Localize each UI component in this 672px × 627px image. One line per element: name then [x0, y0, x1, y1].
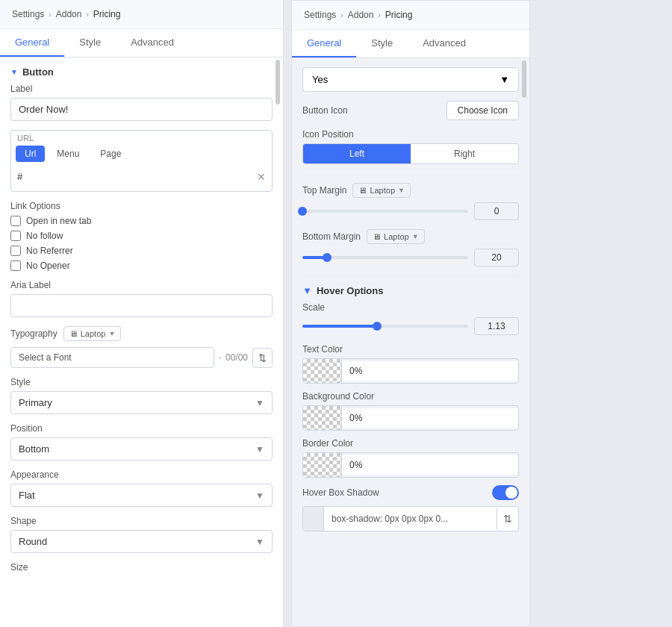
bottom-margin-thumb[interactable] — [323, 253, 332, 262]
border-color-swatch[interactable] — [303, 453, 342, 477]
bottom-margin-slider-row: 20 — [302, 249, 519, 266]
url-tab-url[interactable]: Url — [16, 146, 45, 162]
position-chevron-icon: ▼ — [255, 444, 264, 455]
top-margin-thumb[interactable] — [298, 207, 307, 216]
scale-thumb[interactable] — [373, 322, 382, 331]
button-icon-label: Button Icon — [302, 105, 348, 116]
url-tab-page[interactable]: Page — [91, 146, 130, 162]
position-left-btn[interactable]: Left — [303, 144, 411, 163]
url-clear-icon[interactable]: ✕ — [257, 171, 266, 183]
hover-box-shadow-label: Hover Box Shadow — [302, 487, 379, 498]
url-tab-menu[interactable]: Menu — [48, 146, 88, 162]
border-color-percent[interactable] — [342, 455, 518, 475]
right-breadcrumb-sep-2: › — [378, 11, 380, 19]
box-shadow-value-input[interactable] — [324, 509, 497, 528]
choose-icon-button[interactable]: Choose Icon — [447, 101, 519, 120]
scale-value[interactable]: 1.13 — [474, 317, 519, 335]
url-row: URL Url Menu Page ✕ — [10, 130, 273, 192]
no-opener-label: No Opener — [26, 261, 70, 271]
breadcrumb-settings[interactable]: Settings — [12, 9, 44, 19]
button-icon-row: Button Icon Choose Icon — [302, 101, 519, 120]
hover-box-shadow-toggle-row: Hover Box Shadow — [302, 485, 519, 500]
right-breadcrumb-addon[interactable]: Addon — [348, 10, 374, 20]
border-color-swatch-row — [302, 452, 519, 478]
tab-style[interactable]: Style — [64, 29, 116, 57]
scale-section: Scale 1.13 — [302, 302, 519, 335]
bottom-margin-laptop-icon: 🖥 — [373, 232, 381, 241]
font-row: Select a Font · 00/00 ⇅ — [10, 347, 273, 368]
appearance-chevron-icon: ▼ — [255, 490, 264, 501]
shape-select[interactable]: Round ▼ — [10, 530, 273, 553]
right-tab-style[interactable]: Style — [356, 30, 408, 57]
position-select[interactable]: Bottom ▼ — [10, 437, 273, 461]
tab-advanced[interactable]: Advanced — [116, 29, 189, 57]
right-tabs: General Style Advanced — [292, 30, 529, 58]
top-margin-chevron: ▼ — [398, 187, 405, 194]
yes-value: Yes — [312, 74, 328, 85]
icon-position-toggle: Left Right — [302, 143, 519, 164]
top-margin-value[interactable]: 0 — [474, 202, 519, 220]
typography-label: Typography — [10, 328, 57, 339]
left-scroll-handle[interactable] — [276, 60, 280, 104]
open-new-tab-checkbox[interactable] — [10, 216, 21, 226]
hover-arrow-icon: ▼ — [302, 285, 312, 296]
right-panel-content: Yes ▼ Button Icon Choose Icon Icon Posit… — [292, 67, 529, 542]
url-input[interactable] — [17, 168, 252, 185]
style-select[interactable]: Primary ▼ — [10, 391, 273, 414]
style-value: Primary — [19, 397, 52, 408]
position-right-btn[interactable]: Right — [411, 144, 518, 163]
hover-box-shadow-toggle[interactable] — [492, 485, 519, 500]
box-shadow-adjust-icon[interactable]: ⇅ — [497, 508, 518, 529]
right-breadcrumb-sep-1: › — [340, 11, 343, 19]
right-tab-general[interactable]: General — [292, 30, 356, 57]
url-tabs: Url Menu Page — [11, 143, 272, 165]
aria-label-row: Aria Label — [10, 280, 273, 317]
hover-section-header: ▼ Hover Options — [302, 275, 519, 302]
size-row: Size — [10, 562, 273, 573]
style-label: Style — [10, 377, 273, 387]
no-follow-label: No follow — [26, 231, 63, 241]
breadcrumb-addon[interactable]: Addon — [56, 9, 82, 19]
breadcrumb-sep-1: › — [49, 10, 51, 19]
breadcrumb-pricing[interactable]: Pricing — [93, 9, 121, 19]
bg-color-percent[interactable] — [342, 408, 518, 428]
no-opener-checkbox[interactable] — [10, 261, 21, 271]
bottom-margin-label: Bottom Margin — [302, 231, 361, 242]
shape-row: Shape Round ▼ — [10, 516, 273, 553]
checkbox-open-new-tab: Open in new tab — [10, 216, 273, 226]
no-follow-checkbox[interactable] — [10, 231, 21, 241]
label-input[interactable] — [10, 98, 273, 121]
aria-label-label: Aria Label — [10, 280, 273, 290]
bottom-margin-value[interactable]: 20 — [474, 249, 519, 266]
bg-color-swatch[interactable] — [303, 406, 342, 430]
scale-label: Scale — [302, 302, 519, 313]
yes-dropdown[interactable]: Yes ▼ — [302, 67, 519, 92]
hover-box-shadow-section: Hover Box Shadow ⇅ — [302, 485, 519, 531]
aria-label-input[interactable] — [10, 294, 273, 317]
left-tabs: General Style Advanced — [0, 29, 283, 57]
appearance-select[interactable]: Flat ▼ — [10, 484, 273, 507]
bottom-margin-device-badge[interactable]: 🖥 Laptop ▼ — [367, 229, 425, 244]
style-row: Style Primary ▼ — [10, 377, 273, 414]
checkbox-no-referrer: No Referrer — [10, 246, 273, 256]
right-scroll-handle[interactable] — [522, 60, 526, 98]
bottom-margin-chevron: ▼ — [412, 233, 419, 240]
no-referrer-checkbox[interactable] — [10, 246, 21, 256]
position-label: Position — [10, 423, 273, 434]
typography-header-row: Typography 🖥 Laptop ▼ — [10, 326, 273, 341]
top-margin-slider-row: 0 — [302, 202, 519, 220]
top-margin-device-badge[interactable]: 🖥 Laptop ▼ — [352, 183, 411, 198]
right-breadcrumb-settings[interactable]: Settings — [304, 10, 336, 20]
tab-general[interactable]: General — [0, 29, 64, 57]
box-shadow-color-swatch[interactable] — [303, 507, 324, 531]
font-adjust-button[interactable]: ⇅ — [252, 348, 273, 368]
typography-device-badge[interactable]: 🖥 Laptop ▼ — [63, 326, 122, 341]
right-tab-advanced[interactable]: Advanced — [408, 30, 481, 57]
right-breadcrumb-pricing[interactable]: Pricing — [385, 10, 413, 20]
divider-1 — [302, 175, 519, 175]
top-margin-label: Top Margin — [302, 185, 346, 196]
text-color-swatch[interactable] — [303, 359, 342, 383]
bottom-margin-section: Bottom Margin 🖥 Laptop ▼ 20 — [302, 229, 519, 266]
font-select[interactable]: Select a Font — [10, 347, 214, 368]
text-color-percent[interactable] — [342, 361, 518, 381]
